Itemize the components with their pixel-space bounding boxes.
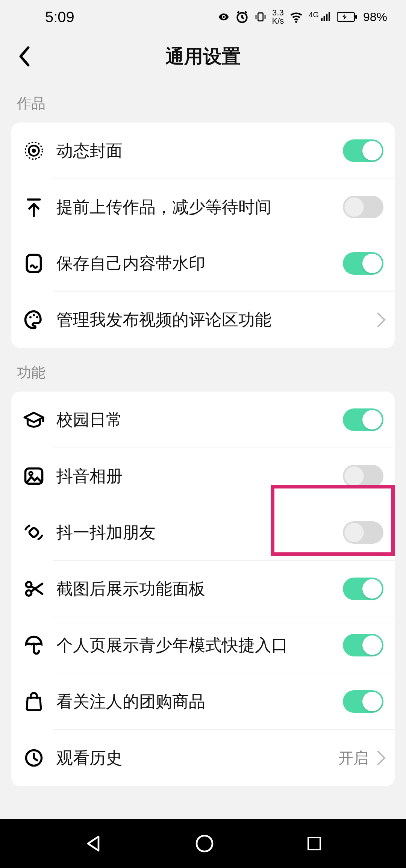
toggle-pre-upload[interactable] [343, 196, 383, 218]
vibrate-icon [255, 11, 267, 23]
upload-icon [23, 196, 45, 218]
row-pre-upload[interactable]: 提前上传作品，减少等待时间 [11, 179, 395, 235]
section-header-works: 作品 [0, 79, 406, 122]
nav-recent-button[interactable] [305, 835, 323, 853]
row-label: 抖音相册 [56, 465, 343, 487]
status-time: 5:09 [19, 9, 218, 26]
battery-percent: 98% [363, 10, 387, 24]
row-screenshot-panel[interactable]: 截图后展示功能面板 [11, 561, 395, 617]
nav-home-button[interactable] [194, 833, 215, 854]
toggle-campus[interactable] [343, 408, 383, 431]
system-nav-bar [0, 819, 406, 868]
row-label: 截图后展示功能面板 [56, 578, 343, 600]
row-label: 保存自己内容带水印 [56, 253, 343, 275]
svg-point-10 [29, 316, 32, 318]
toggle-watermark[interactable] [343, 252, 383, 275]
row-watch-history[interactable]: 观看历史 开启 [11, 730, 395, 786]
clock-icon [23, 747, 45, 769]
page-title: 通用设置 [0, 44, 406, 69]
row-value: 开启 [338, 748, 368, 768]
row-dynamic-cover[interactable]: 动态封面 [11, 122, 395, 179]
target-icon [23, 139, 45, 162]
svg-point-19 [197, 836, 212, 851]
chevron-left-icon [17, 45, 32, 68]
row-shake-friend[interactable]: 抖一抖加朋友 [11, 504, 395, 561]
toggle-album[interactable] [343, 465, 383, 487]
shake-diamond-icon [23, 521, 45, 544]
row-watermark[interactable]: 保存自己内容带水印 [11, 235, 395, 292]
svg-point-8 [32, 148, 36, 153]
card-works: 动态封面 提前上传作品，减少等待时间 保存自己内容带水印 管理我发布视频的评论区… [11, 122, 395, 348]
page-header: 通用设置 [0, 34, 406, 79]
row-teen-mode-shortcut[interactable]: 个人页展示青少年模式快捷入口 [11, 617, 395, 673]
toggle-dynamic-cover[interactable] [343, 139, 383, 162]
nav-back-button[interactable] [83, 833, 104, 854]
bag-icon [23, 690, 45, 713]
svg-point-14 [29, 472, 33, 475]
row-douyin-album[interactable]: 抖音相册 [11, 448, 395, 504]
toggle-teen[interactable] [343, 634, 383, 656]
eye-icon [218, 11, 230, 23]
svg-point-0 [223, 16, 225, 18]
svg-point-11 [33, 314, 35, 316]
net-speed: 3.3K/s [272, 9, 284, 25]
image-icon [23, 465, 45, 487]
wifi-icon [289, 10, 303, 24]
row-label: 观看历史 [56, 747, 338, 769]
svg-rect-5 [355, 15, 357, 19]
row-campus-daily[interactable]: 校园日常 [11, 392, 395, 448]
section-header-functions: 功能 [0, 348, 406, 392]
toggle-screenshot[interactable] [343, 578, 383, 600]
status-bar: 5:09 3.3K/s 4G 98% [0, 0, 406, 34]
row-label: 管理我发布视频的评论区功能 [56, 309, 373, 331]
card-functions: 校园日常 抖音相册 抖一抖加朋友 截图后展示功能面板 个人页展示青少年模式快捷入… [11, 392, 395, 786]
row-label: 动态封面 [56, 140, 343, 162]
svg-rect-2 [258, 13, 263, 21]
rect-wave-icon [23, 252, 45, 275]
svg-rect-20 [308, 838, 320, 850]
chevron-right-icon [371, 312, 386, 327]
row-comment-manage[interactable]: 管理我发布视频的评论区功能 [11, 292, 395, 348]
row-label: 看关注人的团购商品 [56, 691, 343, 713]
svg-rect-9 [27, 255, 41, 272]
scissors-icon [23, 578, 45, 600]
toggle-groupbuy[interactable] [343, 690, 383, 713]
svg-rect-15 [29, 527, 39, 538]
signal-icon: 4G [309, 11, 332, 23]
row-label: 校园日常 [56, 409, 343, 431]
umbrella-icon [23, 634, 45, 656]
row-label: 抖一抖加朋友 [56, 522, 343, 544]
status-icons: 3.3K/s 4G 98% [218, 9, 387, 25]
toggle-shake[interactable] [343, 521, 383, 544]
row-label: 个人页展示青少年模式快捷入口 [56, 634, 343, 656]
svg-point-12 [36, 316, 38, 318]
svg-point-3 [295, 21, 297, 23]
alarm-icon [235, 10, 249, 24]
row-group-buy[interactable]: 看关注人的团购商品 [11, 673, 395, 730]
chevron-right-icon [371, 750, 386, 765]
back-button[interactable] [11, 43, 38, 70]
battery-icon [337, 11, 358, 23]
grad-cap-icon [23, 408, 45, 431]
row-label: 提前上传作品，减少等待时间 [56, 196, 343, 218]
palette-icon [23, 308, 45, 331]
